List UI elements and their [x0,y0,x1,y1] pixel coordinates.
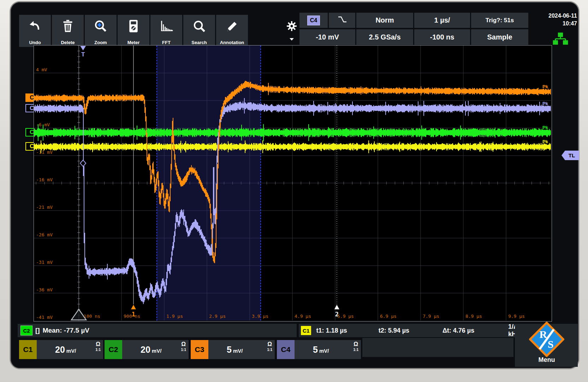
probe-ratio-label: 1:1 [267,348,272,352]
x-axis-label: 9.9 µs [508,314,525,319]
channel-scale-unit: mV/ [319,348,329,354]
channel-badge-c2[interactable]: C2 [105,340,122,359]
waveform-plot[interactable]: 4 mV-1 mV-6 mV-11 mV-16 mV-21 mV-26 mV-3… [34,45,552,322]
toolbar-button-label: Search [191,40,207,45]
peak-detect-label-c4: Pk [542,101,548,106]
y-axis-label: -36 mV [36,287,53,292]
channel-scale-cell[interactable]: 5 mV/ Ω1:1 [208,340,275,359]
channel-scale-cell[interactable]: 20 mV/ Ω1:1 [37,340,103,359]
acquisition-mode-label: Sample [487,33,512,41]
coupling-impedance-icon: Ω [267,341,272,347]
channel-cell-c4[interactable]: C4 5 mV/ Ω1:1 [277,340,361,359]
x-axis-label: 2.9 µs [209,314,226,319]
status-horizontal-position-cell[interactable]: -100 ns [414,29,470,45]
toolbar-button-fft[interactable]: FFT [150,15,182,47]
zoom-icon [94,19,108,35]
channel-scale-value: 5 [313,345,318,355]
lan-network-icon [552,32,569,47]
toolbar-button-zoom[interactable]: Zoom [85,15,117,47]
channel-cell-c2[interactable]: C2 20 mV/ Ω1:1 [105,340,189,359]
channel-scale-cell[interactable]: 5 mV/ Ω1:1 [295,340,361,359]
measurement-channel-badge: C2 [20,326,32,335]
peak-detect-label-c2: Pk [542,125,548,130]
toolbar-button-annotation[interactable]: Annotation [216,15,248,47]
status-trig-status-cell[interactable]: Trig?: 51s [471,13,528,28]
cursor-t1-value: t1: 1.18 µs [316,327,378,334]
x-axis-label: 3.9 µs [252,314,268,319]
settings-gear-button[interactable] [286,20,298,42]
channel-scale-cell[interactable]: 20 mV/ Ω1:1 [122,340,189,359]
channel-cell-c3[interactable]: C3 5 mV/ Ω1:1 [191,340,275,359]
cursor-dt-value: Δt: 4.76 µs [443,327,508,334]
menu-button-label: Menu [529,356,564,364]
x-axis-label: 1.9 µs [166,314,183,319]
status-sample-rate-cell[interactable]: 2.5 GSa/s [356,29,413,45]
toolbar-button-label: Meter [127,40,140,45]
falling-edge-icon [337,15,348,25]
trigger-level-badge[interactable]: TL [562,151,579,160]
annotation-icon [225,19,239,35]
probe-ratio-label: 1:1 [181,348,186,352]
toolbar-button-label: Annotation [220,40,244,45]
cursor-marker-label-1: 1 [132,311,135,318]
status-acquisition-mode-cell[interactable]: Sample [471,29,528,45]
date-label: 2024-06-11 [530,12,577,20]
channel-badge-c4[interactable]: C4 [277,340,295,359]
y-axis-label: -21 mV [36,205,53,210]
toolbar-button-label: Zoom [94,40,107,45]
toolbar-button-search[interactable]: Search [183,15,215,47]
scope-screen: UndoDeleteZoomMeterFFTSearchAnnotation C… [11,2,578,368]
status-trigger-level-cell[interactable]: -10 mV [299,29,355,45]
datetime-display: 2024-06-11 10:47 [530,12,577,27]
channel-cell-c1[interactable]: C1 20 mV/ Ω1:1 [19,340,103,359]
channel-badge-c1[interactable]: C1 [19,340,37,359]
cursor-marker-1[interactable] [131,305,136,309]
y-axis-label: -31 mV [36,260,53,265]
peak-detect-label-c3: Pk [542,84,548,89]
trig-status-label: Trig?: 51s [486,17,514,24]
measurement-gate-icon: [] [35,327,40,334]
status-trigger-edge-cell[interactable] [329,13,355,28]
coupling-impedance-icon: Ω [96,341,100,347]
status-timebase-cell[interactable]: 1 µs/ [414,13,470,28]
waveform-canvas[interactable]: 4 mV-1 mV-6 mV-11 mV-16 mV-21 mV-26 mV-3… [34,46,551,321]
menu-button[interactable]: R S Menu [515,324,578,367]
horizontal-position-label: -100 ns [430,33,455,41]
status-trigger-mode-cell[interactable]: Norm [356,13,413,28]
measurement-bar[interactable]: C2 [] Mean: -77.5 µV [18,324,297,337]
channel-scale-unit: mV/ [152,348,162,354]
channel-bar-spacer-cell[interactable] [362,338,513,357]
toolbar-button-delete[interactable]: Delete [52,15,84,47]
channel-badge-c3[interactable]: C3 [191,340,208,359]
toolbar: UndoDeleteZoomMeterFFTSearchAnnotation [11,2,279,48]
timebase-label: 1 µs/ [434,16,450,24]
status-trigger-source-cell[interactable]: C4 [299,13,328,28]
trigger-marker-label: T [81,51,85,58]
svg-text:S: S [548,338,554,350]
trigger-level-diamond[interactable] [80,160,86,166]
y-axis-label: -16 mV [36,177,53,182]
x-axis-label: 8.9 µs [465,314,482,319]
toolbar-button-meter[interactable]: Meter [118,15,149,47]
caret-down-icon[interactable] [289,36,294,42]
trigger-time-marker[interactable] [80,46,86,50]
trigger-mode-label: Norm [375,16,394,24]
cursor-channel-badge: C1 [301,326,311,335]
trigger-source-badge: C4 [307,16,320,25]
x-axis-label: 6.9 µs [380,314,397,319]
coupling-impedance-icon: Ω [181,341,186,347]
rohde-schwarz-logo: R S [529,322,564,357]
search-icon [192,19,206,35]
probe-ratio-label: 1:1 [96,348,101,352]
y-axis-label: -26 mV [36,232,53,237]
cursor-marker-label-2: 2 [335,311,339,318]
trigger-level-label: -10 mV [316,33,339,41]
channel-scale-value: 20 [141,345,150,355]
undo-icon [28,19,42,35]
trigger-level-badge-label: TL [569,152,575,158]
y-axis-label: -11 mV [36,150,53,155]
cursor-t2-value: t2: 5.94 µs [379,327,443,334]
time-label: 10:47 [530,20,577,28]
gear-icon [286,27,297,33]
toolbar-button-undo[interactable]: Undo [19,15,51,47]
